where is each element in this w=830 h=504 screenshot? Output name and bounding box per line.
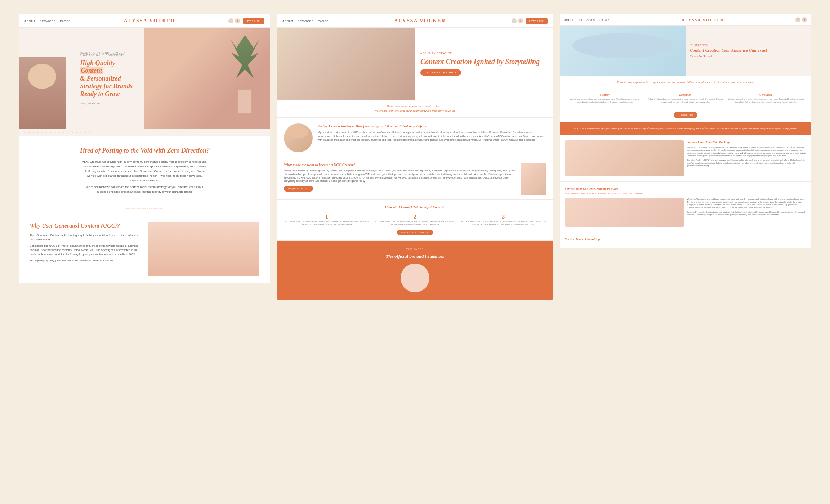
service-one-content: Service One: The UGC Package What it is:… (687, 140, 806, 176)
nav-pages-center[interactable]: PAGES (318, 19, 328, 23)
ugc-text: Why User Generated Content (UGC)? 'User-… (30, 222, 141, 265)
right-tagline-text: We create trending content that engages … (565, 80, 806, 84)
nav-about-center[interactable]: ABOUT (282, 19, 293, 23)
center-panel: ABOUT SERVICES PAGES ALYSSA VOLKER ♦ ♦ L… (277, 14, 553, 300)
right-service-three: Service Three: Consulting (560, 232, 811, 248)
tired-body1: At AV Creative, we provide high-quality … (81, 160, 208, 183)
service-one-benefits: Benefits: Traditional UGC, energetic con… (687, 159, 806, 167)
wavy-divider-left (19, 129, 270, 136)
contact-btn-left[interactable]: LET'S LINK! (243, 18, 264, 24)
official-bio-label: THE PAGES (284, 248, 546, 251)
section-tired: Tired of Posting to the Void with Zero D… (19, 136, 270, 204)
hero-left-side: READY FOR TRENDING MEDIA THAT ACTUALLY C… (19, 28, 144, 129)
nav-links-center: ABOUT SERVICES PAGES (282, 19, 329, 23)
instagram-icon-right[interactable]: ♦ (795, 17, 800, 22)
wavy-line-left: 〰〰〰〰〰〰〰 (19, 207, 270, 212)
right-nav: ABOUT SERVICES PAGES ALYSSA VOLKER ♦ ♦ (560, 14, 811, 26)
nav-pages-right[interactable]: PAGES (599, 18, 610, 22)
brand-name-left: ALYSSA VOLKER (124, 18, 175, 24)
service-two-subtitle: FOR WHEN YOU WANT A WHOLE CREATOR DEDICA… (565, 192, 806, 195)
execution-body: Follow trends and companion content to k… (647, 98, 723, 103)
phone-decoration (238, 89, 252, 114)
nav-services-right[interactable]: SERVICES (579, 18, 595, 22)
nav-right-right: ♦ ♦ (795, 17, 807, 22)
hero-right-image (144, 28, 270, 129)
center-hero-left (277, 28, 415, 100)
twitter-icon-center[interactable]: ♦ (518, 18, 523, 23)
hero-person-image (19, 57, 66, 129)
section-ugc: Why User Generated Content (UGC)? 'User-… (19, 215, 270, 283)
download-btn[interactable]: DOWNLOAD (674, 112, 697, 118)
service-two-benefits: Benefits: Personalized content calendar,… (687, 211, 806, 216)
contact-btn-center[interactable]: LET'S LINK! (526, 18, 548, 24)
service-two-grid: What it is: The results-oriented brand n… (565, 198, 806, 227)
service-one-title: Service One: The UGC Package (687, 140, 806, 144)
center-bio: Today I run a business that feels easy, … (277, 118, 553, 158)
service-col-execution: Execution Follow trends and companion co… (645, 93, 726, 103)
view-all-btn[interactable]: VIEW ALL SERVICES (397, 230, 433, 235)
nav-services-left[interactable]: SERVICES (40, 19, 55, 23)
service-one-image (565, 140, 684, 176)
right-service-two: Service Two: Content Creation Package FO… (560, 182, 811, 232)
left-hero: READY FOR TRENDING MEDIA THAT ACTUALLY C… (19, 28, 270, 129)
social-icons-center: ♦ ♦ (512, 18, 523, 23)
nav-about-right[interactable]: ABOUT (564, 18, 575, 22)
hero-text-area: READY FOR TRENDING MEDIA THAT ACTUALLY C… (76, 44, 137, 112)
instagram-icon-left[interactable]: ♦ (228, 18, 233, 23)
what-made-text: What made me want to become a UGC Creato… (284, 163, 517, 195)
service-two-title: Service Two: Content Creation Package (565, 187, 806, 190)
right-hero: AV CREATIVE Content Creation Your Audien… (560, 26, 811, 76)
nav-right-center: ♦ ♦ LET'S LINK! (512, 18, 548, 24)
center-hero-right: ABOUT AV CREATIVE Content Creation Ignit… (415, 28, 553, 100)
center-tagline: We're more than your average content str… (277, 100, 553, 118)
strategy-body: Identify your content pillars and your s… (567, 98, 643, 103)
service-two-what: What it is: The results-oriented brand n… (687, 198, 806, 209)
social-icons-left: ♦ ♦ (228, 18, 240, 23)
center-nav: ABOUT SERVICES PAGES ALYSSA VOLKER ♦ ♦ L… (277, 14, 553, 28)
nav-services-center[interactable]: SERVICES (298, 19, 313, 23)
right-services-grid: Strategy Identify your content pillars a… (560, 89, 811, 108)
hero-cta-label[interactable]: YES, PLEASE! (80, 102, 134, 105)
step-1-text: IF YOU'RE A TRUSTING CLIENT WHO WANTS TO… (284, 220, 369, 226)
brand-name-center: ALYSSA VOLKER (394, 18, 446, 24)
ugc-step-1: 1 IF YOU'RE A TRUSTING CLIENT WHO WANTS … (284, 213, 369, 226)
center-official-bio: THE PAGES The official bio and headshots (277, 241, 553, 300)
right-tagline: We create trending content that engages … (560, 76, 811, 89)
service-three-title: Service Three: Consulting (565, 237, 806, 241)
left-panel: ABOUT SERVICES PAGES ALYSSA VOLKER ♦ ♦ L… (19, 14, 270, 283)
right-ugc-body: UGC is at the intersection of digital tr… (565, 127, 806, 131)
consulting-title: Consulting (728, 93, 804, 96)
hero-right-side (144, 28, 270, 129)
service-col-consulting: Consulting Lets set up a call to chat th… (726, 93, 806, 103)
plant-decoration (231, 35, 259, 78)
nav-links-right: ABOUT SERVICES PAGES (564, 18, 610, 22)
ugc-body2: Consumers find UGC 9.8x more impactful t… (30, 244, 141, 257)
right-hero-img (560, 26, 686, 76)
twitter-icon-left[interactable]: ♦ (235, 18, 240, 23)
twitter-icon-right[interactable]: ♦ (802, 17, 807, 22)
person-silhouette (19, 57, 66, 129)
nav-about-left[interactable]: ABOUT (24, 19, 35, 23)
center-hero-img (277, 28, 415, 100)
bio-content: Today I run a business that feels easy, … (318, 123, 546, 142)
nav-right-left: ♦ ♦ LET'S LINK! (228, 18, 264, 24)
nav-pages-left[interactable]: PAGES (60, 19, 70, 23)
what-made-title: What made me want to become a UGC Creato… (284, 163, 517, 167)
instagram-icon-center[interactable]: ♦ (512, 18, 517, 23)
how-ugc-title: How do I know UGC is right for me? (284, 205, 546, 209)
left-nav: ABOUT SERVICES PAGES ALYSSA VOLKER ♦ ♦ L… (19, 14, 270, 28)
ugc-title: Why User Generated Content (UGC)? (30, 222, 141, 230)
ugc-step-3: 3 YOU'RE SIMPLY NOT ABLE TO CREATE CONTE… (461, 213, 546, 226)
official-bio-image (401, 264, 429, 292)
center-section-label: ABOUT AV CREATIVE (420, 52, 548, 54)
step-2-num: 2 (372, 213, 458, 220)
service-two-text: What it is: The results-oriented brand n… (687, 198, 806, 227)
bio-title: Today I run a business that feels easy, … (318, 123, 546, 129)
main-container: ABOUT SERVICES PAGES ALYSSA VOLKER ♦ ♦ L… (19, 14, 811, 300)
inquire-btn[interactable]: INQUIRE MORE (284, 186, 313, 192)
center-cta-btn[interactable]: LET'S GET IN TOUCH (420, 69, 461, 76)
center-what-made: What made me want to become a UGC Creato… (277, 158, 553, 200)
step-2-text: IF YOU'RE READY TO STREAMLINE YOUR CONTE… (372, 220, 458, 226)
service-one-what: What it is: The technology age has drive… (687, 146, 806, 157)
hero-subtitle: READY FOR TRENDING MEDIA THAT ACTUALLY C… (80, 51, 134, 57)
